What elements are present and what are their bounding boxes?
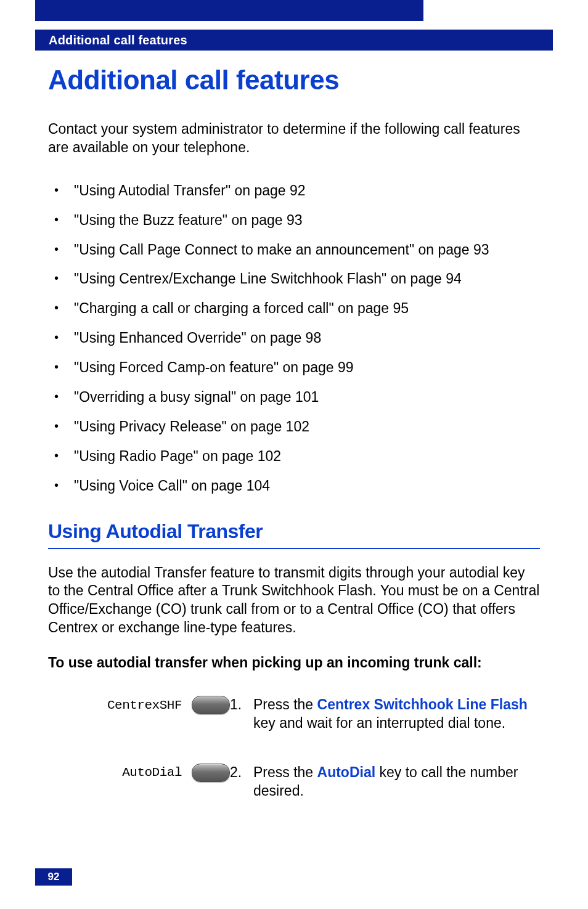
page-number-value: 92 xyxy=(48,871,60,883)
page-number: 92 xyxy=(35,868,72,886)
feature-name: Centrex Switchhook Line Flash xyxy=(317,696,528,712)
page: Additional call features Additional call… xyxy=(0,0,588,909)
list-item: "Using Call Page Connect to make an anno… xyxy=(48,241,540,259)
phone-key-icon xyxy=(192,764,230,782)
step-pre: Press the xyxy=(253,696,317,712)
step-post: key and wait for an interrupted dial ton… xyxy=(253,715,505,731)
step-text: 1. Press the Centrex Switchhook Line Fla… xyxy=(230,696,540,733)
section-paragraph: Use the autodial Transfer feature to tra… xyxy=(48,564,540,638)
step-body: Press the AutoDial key to call the numbe… xyxy=(253,764,540,801)
list-item: "Charging a call or charging a forced ca… xyxy=(48,300,540,318)
list-item: "Using Autodial Transfer" on page 92 xyxy=(48,182,540,200)
running-header-text: Additional call features xyxy=(49,33,187,47)
feature-name: AutoDial xyxy=(317,764,376,780)
list-item: "Overriding a busy signal" on page 101 xyxy=(48,388,540,407)
key-label: AutoDial xyxy=(48,765,182,780)
list-item: "Using Forced Camp-on feature" on page 9… xyxy=(48,359,540,377)
section-heading: Using Autodial Transfer xyxy=(48,520,540,543)
step-text: 2. Press the AutoDial key to call the nu… xyxy=(230,764,540,801)
top-blue-tab xyxy=(35,0,423,21)
list-item: "Using Centrex/Exchange Line Switchhook … xyxy=(48,270,540,288)
step-row: CentrexSHF 1. Press the Centrex Switchho… xyxy=(48,696,540,733)
step-number: 2. xyxy=(230,764,253,801)
running-header: Additional call features xyxy=(35,30,553,51)
key-col: AutoDial xyxy=(48,764,230,782)
section-rule xyxy=(48,548,540,549)
intro-paragraph: Contact your system administrator to det… xyxy=(48,120,540,157)
step-pre: Press the xyxy=(253,764,317,780)
step-number: 1. xyxy=(230,696,253,733)
step-row: AutoDial 2. Press the AutoDial key to ca… xyxy=(48,764,540,801)
list-item: "Using Radio Page" on page 102 xyxy=(48,447,540,466)
page-title: Additional call features xyxy=(48,65,540,96)
list-item: "Using Voice Call" on page 104 xyxy=(48,477,540,495)
phone-key-icon xyxy=(192,696,230,714)
key-col: CentrexSHF xyxy=(48,696,230,714)
list-item: "Using the Buzz feature" on page 93 xyxy=(48,211,540,230)
content: Additional call features Contact your sy… xyxy=(48,65,540,831)
feature-list: "Using Autodial Transfer" on page 92 "Us… xyxy=(48,182,540,495)
list-item: "Using Privacy Release" on page 102 xyxy=(48,418,540,436)
step-body: Press the Centrex Switchhook Line Flash … xyxy=(253,696,540,733)
list-item: "Using Enhanced Override" on page 98 xyxy=(48,329,540,348)
key-label: CentrexSHF xyxy=(48,698,182,712)
procedure-subhead: To use autodial transfer when picking up… xyxy=(48,654,540,671)
